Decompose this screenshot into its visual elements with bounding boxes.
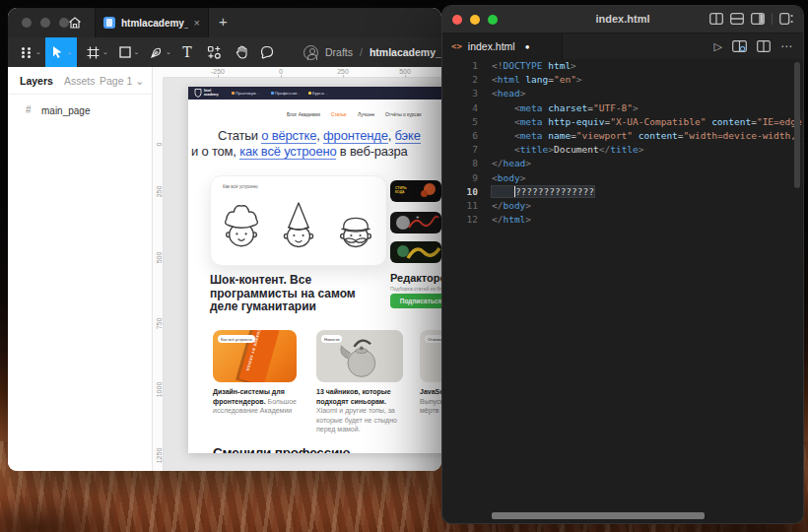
frame-tool-button[interactable]: ⌄ — [83, 37, 112, 67]
design-heading-line1: Статьи о вёрстке, фронтенде, бэке — [218, 128, 421, 144]
figma-file-tab[interactable]: htmlacademy_blog × — [95, 8, 209, 37]
design-link: о вёрстке — [261, 128, 316, 144]
comment-icon — [260, 45, 274, 59]
more-actions-icon[interactable]: ⋯ — [780, 39, 793, 53]
thumb-caption: СТИЛЬ КОДА — [395, 186, 415, 194]
nav-item-icon — [271, 92, 274, 95]
ruler-label: 500 — [399, 68, 411, 75]
new-tab-button[interactable]: + — [219, 13, 228, 30]
chevron-down-icon: ⌄ — [134, 48, 140, 56]
code-line: 8</head> — [442, 157, 803, 170]
split-editor-icon[interactable] — [757, 40, 771, 52]
captain-face-illustration — [333, 198, 378, 253]
page-selector[interactable]: Page 1 ⌄ — [100, 75, 144, 87]
code-line: 9<body> — [442, 171, 803, 185]
code-line: 11</body> — [442, 199, 803, 213]
vertical-ruler: 0 250 500 750 1000 1250 — [153, 67, 164, 471]
red-scribble — [408, 214, 439, 232]
layout-controls — [709, 13, 793, 25]
ruler-label: 250 — [156, 177, 163, 207]
figma-canvas[interactable]: -250 0 250 500 0 250 500 750 1000 1250 h… — [153, 67, 441, 471]
figma-menu-button[interactable]: ⌄ — [16, 37, 45, 67]
code-editor-window: index.html <> index.html ● ▷ ⋯ — [441, 5, 804, 524]
editorial-thumb-2: + — [390, 212, 441, 233]
vertical-scrollbar[interactable] — [794, 62, 800, 188]
close-window-button[interactable] — [22, 18, 32, 28]
sidebar-right-icon[interactable] — [751, 13, 765, 25]
article-text: Дизайн-системы для фронтендеров. Большое… — [213, 387, 297, 416]
breadcrumb-filename[interactable]: htmlacademy_blog — [370, 46, 441, 58]
chevron-down-icon: ⌄ — [67, 48, 73, 56]
run-button[interactable]: ▷ — [714, 40, 722, 53]
editorial-thumb-1: СТИЛЬ КОДА — [390, 180, 441, 202]
home-icon[interactable] — [67, 15, 83, 31]
code-line: 5 <meta http-equiv="X-UA-Compatible" con… — [442, 115, 803, 129]
nav-item-icon — [308, 92, 311, 95]
layer-name: main_page — [41, 105, 90, 116]
text-tool-button[interactable]: T — [175, 37, 199, 67]
hand-tool-button[interactable] — [229, 37, 254, 67]
layer-row-main-page[interactable]: # main_page — [8, 102, 152, 120]
minimize-window-button[interactable] — [40, 18, 50, 28]
tab-assets[interactable]: Assets — [64, 75, 96, 87]
code-line: 2<html lang="en"> — [442, 73, 803, 87]
customize-layout-icon[interactable] — [779, 13, 793, 25]
kettle-illustration — [336, 334, 383, 381]
horizontal-scrollbar[interactable] — [492, 512, 705, 519]
article-badge: Как всё устроено — [218, 335, 255, 343]
editor-actions: ▷ ⋯ — [714, 33, 793, 59]
subnav-item: Отчёты о курсах — [385, 112, 422, 117]
move-tool-button[interactable]: ⌄ — [45, 37, 77, 67]
editor-titlebar: index.html — [442, 6, 803, 33]
figma-window: htmlacademy_blog × + ⌄ ⌄ ⌄ ⌄ — [8, 8, 441, 471]
breadcrumb-location[interactable]: Drafts — [325, 46, 353, 58]
faces-illustration — [211, 194, 386, 257]
design-nav-item: Практикум⌄ — [232, 91, 260, 96]
breadcrumb-separator: / — [360, 46, 363, 58]
article-image-javascript: Отзывы — [420, 330, 441, 382]
tab-layers[interactable]: Layers — [20, 75, 53, 87]
section-heading-career-change: Сменили профессию — [213, 445, 350, 453]
horizontal-ruler: -250 0 250 500 — [153, 67, 441, 78]
modified-dot-icon[interactable]: ● — [525, 42, 530, 51]
frame-tool-icon — [87, 46, 100, 59]
code-line: 6 <meta name="viewport" content="width=d… — [442, 129, 803, 143]
design-subnav: Блог Академии Статьи Лучшее Отчёты о кур… — [188, 112, 441, 120]
editorial-title: Редакторская — [390, 272, 441, 284]
pen-tool-button[interactable]: ⌄ — [146, 37, 175, 67]
ruler-label: 500 — [156, 243, 163, 273]
design-frame-main-page[interactable]: htmlacademy Практикум⌄ Профессии⌄ Курсы⌄… — [188, 87, 441, 453]
nav-item-icon — [232, 92, 235, 95]
desktop: htmlacademy_blog × + ⌄ ⌄ ⌄ ⌄ — [0, 0, 808, 532]
code-line-current: 10 ?????????????? — [442, 185, 803, 199]
split-rows-icon[interactable] — [730, 13, 744, 25]
design-link: бэке — [395, 128, 421, 144]
ruler-label: 1000 — [156, 375, 163, 405]
code-line: 12</html> — [442, 213, 803, 227]
fox-illustration — [421, 190, 428, 197]
logo-text-bottom: academy — [204, 93, 219, 97]
open-preview-icon[interactable] — [732, 40, 747, 52]
editor-tab-index-html[interactable]: <> index.html ● — [442, 33, 563, 59]
split-columns-icon[interactable] — [709, 13, 723, 25]
plus-doodle: + — [416, 214, 420, 220]
layers-panel: Layers Assets Page 1 ⌄ # main_page — [8, 67, 153, 471]
article-text: JavaSc Выпуск мёртв — [420, 387, 441, 416]
avatar-icon[interactable] — [303, 45, 318, 60]
shock-article-title: Шок-контент. Все программисты на самом д… — [210, 274, 382, 314]
design-link: как всё устроено — [239, 144, 336, 160]
shape-tool-button[interactable]: ⌄ — [114, 37, 144, 67]
figma-file-icon — [103, 17, 115, 29]
code-line: 4 <meta charset="UTF-8"> — [442, 101, 803, 115]
tab-close-icon[interactable]: × — [194, 17, 200, 29]
article-image-design-systems: CHANGE BY DESIGN Как всё устроено — [213, 330, 297, 382]
subnav-item: Лучшее — [358, 112, 374, 117]
hand-tool-icon — [236, 45, 248, 59]
resources-tool-button[interactable] — [201, 37, 227, 67]
comment-tool-button[interactable] — [254, 37, 280, 67]
ruler-corner — [153, 67, 164, 78]
separator — [772, 13, 773, 25]
breadcrumb: Drafts / htmlacademy_blog — [303, 37, 441, 67]
code-area[interactable]: 1<!DOCTYPE html> 2<html lang="en"> 3<hea… — [442, 59, 803, 523]
gnome-face-illustration — [276, 198, 321, 253]
